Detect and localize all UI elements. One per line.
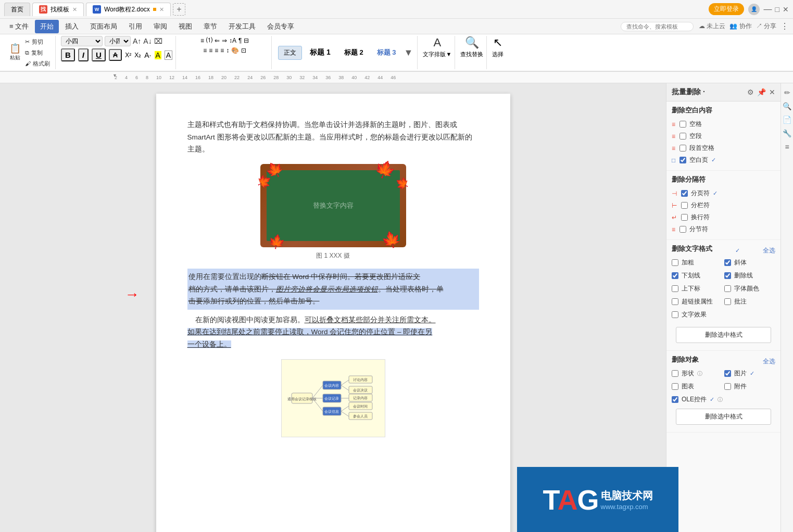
konghang-checkbox[interactable] [679, 133, 686, 140]
border-btn[interactable]: ⊟ [244, 37, 249, 44]
style-h1[interactable]: 标题 1 [304, 45, 336, 60]
menu-start[interactable]: 开始 [35, 20, 59, 33]
indent-increase[interactable]: ⇒ [222, 37, 227, 44]
word-tab-close[interactable]: ✕ [159, 6, 164, 13]
chaolianjieshuxing-checkbox[interactable] [672, 298, 678, 305]
object-selectall[interactable]: 全选 [763, 357, 775, 366]
close-button[interactable]: ✕ [783, 5, 789, 14]
paste-button[interactable]: 📋 粘贴 [7, 43, 23, 62]
fenyefu-checkbox[interactable] [681, 190, 688, 197]
list-number[interactable]: ⑴ [206, 36, 212, 45]
underline-button[interactable]: U [92, 48, 106, 61]
font-size-select[interactable]: 小四 [105, 36, 131, 46]
find-replace-btn[interactable]: 查找替换 [460, 50, 483, 58]
style-h3[interactable]: 标题 3 [371, 45, 402, 60]
xieti-checkbox[interactable] [724, 259, 731, 266]
shanchuxian-checkbox[interactable] [724, 272, 731, 279]
share-btn[interactable]: ↗ 分享 [756, 22, 776, 31]
menu-developer[interactable]: 开发工具 [223, 20, 261, 33]
duankonge-checkbox[interactable] [679, 145, 686, 151]
shangxiabiao-checkbox[interactable] [672, 285, 678, 292]
menu-section[interactable]: 章节 [198, 20, 222, 33]
panel-pin-icon[interactable]: 📌 [757, 88, 766, 96]
style-normal[interactable]: 正文 [278, 46, 302, 60]
font-name-select[interactable]: 小四 [61, 36, 103, 46]
side-tool-4[interactable]: 🔧 [782, 128, 792, 138]
italic-button[interactable]: I [78, 48, 89, 61]
tab-close-icon[interactable]: ✕ [72, 6, 77, 13]
delete-textformat-button[interactable]: 删除选中格式 [676, 327, 771, 343]
align-center[interactable]: ≡ [209, 47, 212, 54]
menu-file[interactable]: ≡ 文件 [4, 20, 34, 33]
minimize-button[interactable]: — [764, 5, 772, 14]
font-color-button[interactable]: A· [144, 51, 151, 59]
fenjiefu-checkbox[interactable] [679, 226, 686, 233]
indent-decrease[interactable]: ⇐ [215, 37, 220, 44]
style-more[interactable]: ▼ [404, 47, 413, 58]
delete-object-button[interactable]: 删除选中格式 [676, 409, 771, 425]
list-bullet[interactable]: ≡ [200, 37, 204, 44]
select-btn[interactable]: 选择 [492, 50, 504, 58]
panel-close-icon[interactable]: ✕ [769, 88, 775, 96]
bold-button[interactable]: B [61, 48, 75, 61]
tubiao-checkbox[interactable] [672, 383, 678, 390]
home-tab[interactable]: 首页 [4, 3, 30, 16]
superscript-button[interactable]: X² [125, 52, 131, 59]
clear-format[interactable]: ⌧ [154, 37, 162, 45]
moban-tab[interactable]: 找 找模板 ✕ [32, 3, 84, 16]
font-style-btn[interactable]: 文字排版▼ [423, 50, 451, 58]
copy-button[interactable]: ⧉ 复制 [23, 48, 52, 58]
tupian-checkbox[interactable] [724, 370, 731, 377]
side-tool-1[interactable]: ✏ [782, 87, 792, 98]
document-area[interactable]: → 主题和样式也有助于文档保持协调。当您单击设计并选择新的主题时，图片、图表或 … [0, 83, 666, 532]
justify[interactable]: ≡ [220, 47, 224, 54]
xingzhuang-checkbox[interactable] [672, 370, 678, 377]
collab-btn[interactable]: 👥 协作 [729, 22, 751, 31]
konge-checkbox[interactable] [679, 121, 686, 128]
subscript-button[interactable]: X₂ [134, 52, 141, 59]
side-tool-5[interactable]: ≡ [782, 142, 792, 152]
strikethrough-button[interactable]: A [109, 49, 122, 61]
sort-btn[interactable]: ↕A [229, 37, 236, 44]
para-mark[interactable]: ¶ [238, 37, 242, 44]
align-right[interactable]: ≡ [215, 47, 218, 54]
highlight-button[interactable]: A [155, 51, 161, 59]
style-h2[interactable]: 标题 2 [338, 45, 369, 60]
menu-insert[interactable]: 插入 [60, 20, 84, 33]
menu-page-layout[interactable]: 页面布局 [85, 20, 122, 33]
xiahuaxian-checkbox[interactable] [672, 272, 678, 279]
add-tab-button[interactable]: + [173, 3, 185, 16]
font-decrease[interactable]: A↓ [143, 37, 152, 45]
ole-checkbox[interactable] [672, 396, 678, 403]
side-tool-2[interactable]: 🔍 [782, 101, 792, 111]
font-border-button[interactable]: A [165, 50, 172, 60]
menu-view[interactable]: 视图 [173, 20, 197, 33]
kongbai-checkbox[interactable] [679, 157, 686, 163]
side-tool-3[interactable]: 📄 [782, 115, 792, 125]
zitiyanse-checkbox[interactable] [724, 285, 731, 292]
jiacu-checkbox[interactable] [672, 259, 678, 266]
menu-references[interactable]: 引用 [123, 20, 147, 33]
search-input[interactable] [621, 22, 694, 31]
align-left[interactable]: ≡ [203, 47, 207, 54]
pizhu-checkbox[interactable] [724, 298, 731, 305]
textformat-selectall[interactable]: 全选 [763, 246, 775, 255]
fenlanfu-checkbox[interactable] [681, 202, 688, 209]
maximize-button[interactable]: □ [775, 5, 779, 14]
more-menu[interactable]: ⋮ [781, 21, 789, 31]
panel-settings-icon[interactable]: ⚙ [747, 88, 754, 96]
wenzieffect-checkbox[interactable] [672, 311, 678, 318]
huanxingfu-checkbox[interactable] [681, 214, 688, 221]
line-spacing[interactable]: ↕ [226, 47, 229, 54]
fujian-checkbox[interactable] [724, 383, 731, 390]
cloud-save[interactable]: ☁ 未上云 [699, 22, 725, 31]
cut-button[interactable]: ✂ 剪切 [23, 37, 52, 47]
login-button[interactable]: 立即登录 [709, 3, 744, 15]
menu-member[interactable]: 会员专享 [262, 20, 299, 33]
border-style[interactable]: ⊡ [241, 47, 246, 54]
format-painter-button[interactable]: 🖌 格式刷 [23, 59, 52, 69]
font-increase[interactable]: A↑ [133, 37, 141, 45]
word-tab[interactable]: W Word教程2.docx ✕ [86, 3, 171, 16]
fill-color[interactable]: 🎨 [231, 47, 239, 54]
menu-review[interactable]: 审阅 [148, 20, 172, 33]
